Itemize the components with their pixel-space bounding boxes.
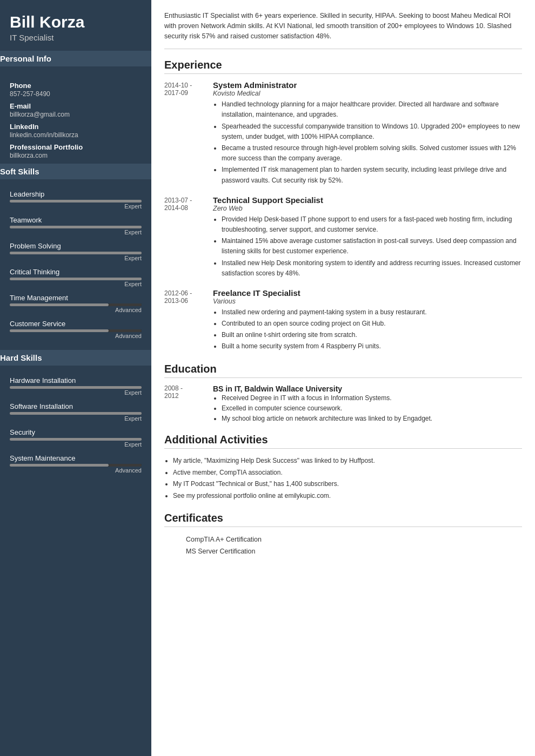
skill-name: Time Management: [10, 294, 142, 302]
education-entry: 2008 - 2012BS in IT, Baldwin Wallace Uni…: [164, 384, 522, 424]
portfolio-label: Professional Portfolio: [10, 143, 142, 151]
exp-company: Various: [213, 298, 522, 305]
edu-bullets: Received Degree in IT with a focus in In…: [222, 393, 522, 424]
exp-bullet: Became a trusted resource through high-l…: [222, 143, 522, 164]
skill-name: Teamwork: [10, 216, 142, 224]
skill-level: Expert: [10, 255, 142, 261]
exp-bullet: Contributed to an open source coding pro…: [222, 319, 522, 329]
activity-item: My IT Podcast "Technical or Bust," has 1…: [173, 478, 522, 490]
skill-bar: [10, 226, 142, 228]
edu-degree: BS in IT, Baldwin Wallace University: [213, 384, 522, 393]
skill-name: Security: [10, 428, 142, 436]
skill-name: Problem Solving: [10, 242, 142, 250]
skill-bar-fill: [10, 412, 142, 415]
experience-title: Experience: [164, 59, 522, 74]
exp-date: 2013-07 - 2014-08: [164, 195, 213, 280]
exp-job-title: Technical Support Specialist: [213, 195, 522, 205]
skill-bar-fill: [10, 303, 109, 306]
skill-level: Expert: [10, 229, 142, 235]
skill-level: Advanced: [10, 467, 142, 474]
exp-date: 2012-06 - 2013-06: [164, 288, 213, 353]
personal-info-section: Phone 857-257-8490 E-mail billkorza@gmai…: [0, 72, 151, 164]
skill-name: System Maintenance: [10, 454, 142, 462]
skill-item: SecurityExpert: [10, 428, 142, 448]
skill-name: Critical Thinking: [10, 268, 142, 276]
skill-name: Customer Service: [10, 320, 142, 328]
skill-item: Software InstallationExpert: [10, 402, 142, 422]
skill-level: Expert: [10, 441, 142, 448]
edu-content: BS in IT, Baldwin Wallace UniversityRece…: [213, 384, 522, 424]
edu-date: 2008 - 2012: [164, 384, 213, 424]
summary: Enthusiastic IT Specialist with 6+ years…: [164, 11, 522, 49]
exp-bullet: Implemented IT risk management plan to h…: [222, 165, 522, 185]
skill-name: Hardware Installation: [10, 376, 142, 384]
exp-content: Freelance IT SpecialistVariousInstalled …: [213, 288, 522, 353]
skill-bar-fill: [10, 200, 142, 202]
skill-bar: [10, 329, 142, 332]
skill-level: Expert: [10, 389, 142, 396]
activity-item: Active member, CompTIA association.: [173, 467, 522, 479]
exp-bullets: Installed new ordering and payment-takin…: [222, 307, 522, 352]
skill-item: Problem SolvingExpert: [10, 242, 142, 261]
portfolio-value: billkorza.com: [10, 152, 142, 159]
exp-bullet: Handled technology planning for a major …: [222, 99, 522, 120]
exp-bullets: Provided Help Desk-based IT phone suppor…: [222, 214, 522, 279]
skill-item: Hardware InstallationExpert: [10, 376, 142, 396]
skill-level: Expert: [10, 415, 142, 422]
soft-skills-section: LeadershipExpertTeamworkExpertProblem So…: [0, 185, 151, 350]
sidebar: Bill Korza IT Specialist Personal Info P…: [0, 0, 151, 756]
skill-bar-fill: [10, 329, 109, 332]
main-content: Enthusiastic IT Specialist with 6+ years…: [151, 0, 535, 756]
skill-bar-remainder: [109, 303, 142, 306]
skill-bar-fill: [10, 386, 142, 389]
skill-name: Leadership: [10, 190, 142, 198]
email-label: E-mail: [10, 102, 142, 110]
education-title: Education: [164, 363, 522, 378]
exp-job-title: System Administrator: [213, 80, 522, 90]
sidebar-header: Bill Korza IT Specialist: [0, 0, 151, 51]
activity-item: My article, "Maximizing Help Desk Succes…: [173, 455, 522, 467]
exp-bullet: Installed new ordering and payment-takin…: [222, 307, 522, 318]
skill-bar: [10, 386, 142, 389]
edu-bullet: Excelled in computer science coursework.: [222, 403, 522, 414]
hard-skills-section-title: Hard Skills: [0, 350, 161, 366]
skill-level: Advanced: [10, 307, 142, 313]
skill-item: TeamworkExpert: [10, 216, 142, 235]
education-list: 2008 - 2012BS in IT, Baldwin Wallace Uni…: [164, 384, 522, 424]
candidate-name: Bill Korza: [10, 13, 142, 31]
edu-bullet: My school blog article on network archit…: [222, 414, 522, 424]
personal-info-section-title: Personal Info: [0, 51, 161, 66]
exp-content: Technical Support SpecialistZero WebProv…: [213, 195, 522, 280]
experience-entry: 2014-10 - 2017-09System AdministratorKov…: [164, 80, 522, 187]
skill-bar: [10, 200, 142, 202]
skill-item: LeadershipExpert: [10, 190, 142, 210]
certificate-item: CompTIA A+ Certification: [164, 534, 522, 545]
skill-bar-fill: [10, 278, 142, 280]
activities-title: Additional Activities: [164, 434, 522, 449]
skill-level: Advanced: [10, 333, 142, 339]
experience-entry: 2012-06 - 2013-06Freelance IT Specialist…: [164, 288, 522, 353]
linkedin-label: LinkedIn: [10, 123, 142, 131]
experience-section: Experience 2014-10 - 2017-09System Admin…: [164, 59, 522, 353]
exp-job-title: Freelance IT Specialist: [213, 288, 522, 298]
exp-bullet: Built an online t-shirt ordering site fr…: [222, 330, 522, 340]
skill-bar: [10, 412, 142, 415]
skill-bar: [10, 252, 142, 254]
skill-bar-fill: [10, 438, 142, 441]
exp-bullet: Installed new Help Desk monitoring syste…: [222, 258, 522, 279]
experience-list: 2014-10 - 2017-09System AdministratorKov…: [164, 80, 522, 353]
certificates-title: Certificates: [164, 512, 522, 527]
certificates-list: CompTIA A+ CertificationMS Server Certif…: [164, 534, 522, 557]
certificates-section: Certificates CompTIA A+ CertificationMS …: [164, 512, 522, 557]
phone-value: 857-257-8490: [10, 90, 142, 98]
soft-skills-section-title: Soft Skills: [0, 164, 161, 179]
skill-item: Critical ThinkingExpert: [10, 268, 142, 287]
exp-date: 2014-10 - 2017-09: [164, 80, 213, 187]
exp-company: Zero Web: [213, 205, 522, 212]
activities-list: My article, "Maximizing Help Desk Succes…: [173, 455, 522, 502]
phone-label: Phone: [10, 82, 142, 90]
skill-bar: [10, 464, 142, 467]
exp-bullet: Maintained 15% above average customer sa…: [222, 236, 522, 256]
skill-bar-fill: [10, 226, 142, 228]
edu-bullet: Received Degree in IT with a focus in In…: [222, 393, 522, 403]
